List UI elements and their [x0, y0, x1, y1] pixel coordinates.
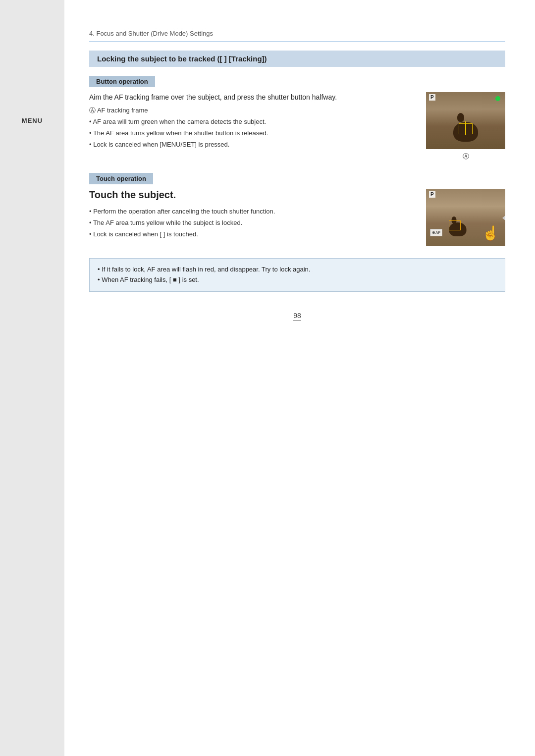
button-operation-body: Aim the AF tracking frame over the subje…	[89, 92, 414, 103]
touch-operation-label: Touch operation	[89, 173, 153, 184]
section-header: Locking the subject to be tracked ([ ] […	[89, 51, 505, 67]
p-badge-1: P	[429, 94, 435, 101]
camera-image-2: P ⊕AF ☝	[426, 189, 505, 246]
af-label: Ⓐ AF tracking frame	[89, 106, 414, 115]
touch-hand-icon: ☝	[482, 225, 499, 241]
button-operation-text: Aim the AF tracking frame over the subje…	[89, 92, 414, 151]
touch-operation-section: Touch operation Touch the subject. • Per…	[89, 173, 505, 246]
touch-operation-row: Touch the subject. • Perform the operati…	[89, 189, 505, 246]
touch-bullet-3: • Lock is canceled when [ ] is touched.	[89, 229, 414, 239]
info-bullet-1: • If it fails to lock, AF area will flas…	[98, 265, 497, 275]
bullet-2: • The AF area turns yellow when the shut…	[89, 128, 414, 138]
touch-operation-text: Touch the subject. • Perform the operati…	[89, 189, 414, 241]
button-operation-section: Button operation Aim the AF tracking fra…	[89, 76, 505, 161]
touch-bullet-1: • Perform the operation after canceling …	[89, 207, 414, 216]
page-number: 98	[89, 312, 505, 329]
af-badge: ⊕AF	[430, 229, 442, 236]
p-badge-2: P	[429, 191, 435, 198]
button-operation-row: Aim the AF tracking frame over the subje…	[89, 92, 505, 161]
bullet-1: • AF area will turn green when the camer…	[89, 117, 414, 127]
info-bullet-2: • When AF tracking fails, [ ■ ] is set.	[98, 275, 497, 285]
menu-button[interactable]: MENU	[22, 115, 43, 124]
green-dot	[495, 96, 500, 101]
main-content: 4. Focus and Shutter (Drive Mode) Settin…	[64, 0, 535, 756]
breadcrumb: 4. Focus and Shutter (Drive Mode) Settin…	[89, 30, 505, 42]
bullet-3: • Lock is canceled when [MENU/SET] is pr…	[89, 140, 414, 150]
camera-image-1: P	[426, 92, 505, 149]
touch-subject-heading: Touch the subject.	[89, 189, 414, 201]
button-operation-label: Button operation	[89, 76, 155, 87]
breadcrumb-text: 4. Focus and Shutter (Drive Mode) Settin…	[89, 30, 213, 37]
info-box: • If it fails to lock, AF area will flas…	[89, 258, 505, 292]
touch-bullet-2: • The AF area turns yellow while the sub…	[89, 218, 414, 228]
section-header-text: Locking the subject to be tracked ([ ] […	[97, 54, 267, 63]
circle-a-label: Ⓐ	[463, 152, 469, 161]
sidebar: MENU	[0, 0, 64, 756]
